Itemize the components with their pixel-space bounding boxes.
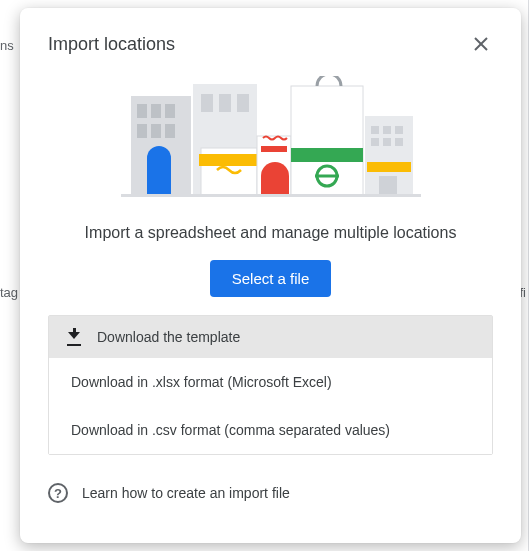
cta-row: Select a file [20, 250, 521, 315]
svg-rect-14 [199, 154, 259, 166]
svg-rect-12 [237, 94, 249, 112]
svg-rect-27 [395, 138, 403, 146]
svg-rect-17 [291, 86, 363, 196]
svg-rect-6 [137, 124, 147, 138]
svg-rect-8 [165, 124, 175, 138]
svg-rect-10 [201, 94, 213, 112]
svg-rect-7 [151, 124, 161, 138]
learn-row: ? Learn how to create an import file [20, 455, 521, 521]
svg-rect-28 [367, 162, 411, 172]
svg-rect-23 [383, 126, 391, 134]
dialog-header: Import locations [20, 8, 521, 72]
svg-rect-29 [379, 176, 397, 196]
download-template-label: Download the template [97, 329, 240, 345]
svg-rect-25 [371, 138, 379, 146]
select-file-button[interactable]: Select a file [210, 260, 332, 297]
svg-rect-5 [165, 104, 175, 118]
help-icon: ? [48, 483, 68, 503]
download-template-header[interactable]: Download the template [49, 316, 492, 358]
dialog-title: Import locations [48, 34, 175, 55]
learn-link[interactable]: Learn how to create an import file [82, 485, 290, 501]
download-csv-option[interactable]: Download in .csv format (comma separated… [49, 406, 492, 454]
svg-rect-18 [291, 148, 363, 162]
import-locations-dialog: Import locations [20, 8, 521, 543]
template-section: Download the template Download in .xlsx … [48, 315, 493, 455]
dialog-subtitle: Import a spreadsheet and manage multiple… [20, 210, 521, 250]
svg-rect-3 [137, 104, 147, 118]
svg-rect-26 [383, 138, 391, 146]
download-xlsx-option[interactable]: Download in .xlsx format (Microsoft Exce… [49, 358, 492, 406]
template-options: Download in .xlsx format (Microsoft Exce… [49, 358, 492, 454]
svg-rect-16 [261, 146, 287, 152]
close-icon [472, 35, 490, 53]
svg-rect-24 [395, 126, 403, 134]
close-button[interactable] [465, 28, 497, 60]
svg-rect-11 [219, 94, 231, 112]
svg-rect-30 [121, 194, 421, 197]
hero-illustration [20, 72, 521, 210]
svg-rect-4 [151, 104, 161, 118]
download-icon [65, 328, 83, 346]
svg-rect-22 [371, 126, 379, 134]
